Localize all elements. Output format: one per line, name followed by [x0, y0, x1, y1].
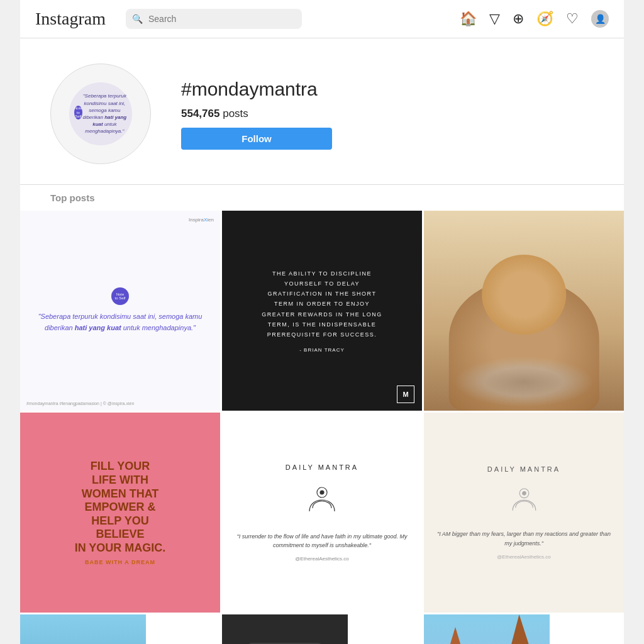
avatar[interactable]: 👤 — [591, 10, 609, 28]
post-count-label: posts — [223, 108, 248, 119]
post-quote: "I AM bigger than my fears, larger than … — [436, 530, 611, 548]
post-grid: InspiraXien Noteto Self "Seberapa terpur… — [20, 211, 624, 644]
post-logo: M — [397, 386, 414, 403]
post-title: DAILY MANTRA — [286, 464, 358, 471]
navbar: Instagram 🔍 🏠 ▽ ⊕ 🧭 ♡ 👤 — [20, 0, 624, 38]
profile-section: Noteto Self "Seberapa terpuruk kondisimu… — [20, 38, 624, 184]
search-icon: 🔍 — [132, 14, 143, 24]
post-symbol — [507, 482, 541, 521]
post-item[interactable]: DAILY MANTRA "I AM bigger than my fears,… — [424, 413, 624, 613]
search-input[interactable] — [126, 9, 302, 29]
post-badge: Noteto Self — [111, 287, 129, 305]
dog-head — [482, 255, 566, 335]
post-item[interactable]: FILL YOURLIFE WITHWOMEN THATEMPOWER &HEL… — [20, 413, 220, 613]
profile-info: #mondaymantra 554,765 posts Follow — [181, 79, 332, 150]
home-icon[interactable]: 🏠 — [460, 11, 477, 27]
post-sub-text: BABE WITH A DREAM — [85, 559, 155, 565]
explore-icon[interactable]: ▽ — [489, 11, 500, 27]
avatar-badge: Noteto Self — [74, 106, 82, 119]
post-item[interactable] — [20, 614, 146, 644]
follow-button[interactable]: Follow — [181, 128, 332, 150]
post-title: DAILY MANTRA — [487, 465, 560, 473]
nav-icons: 🏠 ▽ ⊕ 🧭 ♡ 👤 — [460, 10, 609, 28]
top-posts-label: Top posts — [20, 184, 624, 211]
post-quote: "I surrender to the flow of life and hav… — [235, 532, 409, 550]
post-item[interactable] — [424, 211, 624, 411]
post-count: 554,765 posts — [181, 108, 332, 120]
avatar-placeholder: 👤 — [595, 14, 606, 24]
post-item[interactable] — [424, 614, 550, 644]
post-author: - BRIAN TRACY — [299, 347, 345, 353]
post-brand: InspiraXien — [189, 217, 214, 223]
new-post-icon[interactable]: ⊕ — [513, 11, 524, 27]
post-item[interactable]: InspiraXien Noteto Self "Seberapa terpur… — [20, 211, 220, 411]
post-quote-text: THE ABILITY TO DISCIPLINEYOURSELF TO DEL… — [262, 269, 382, 340]
compass-icon[interactable]: 🧭 — [536, 11, 553, 27]
rug — [454, 357, 594, 407]
search-container: 🔍 — [126, 9, 302, 29]
post-symbol — [303, 480, 341, 523]
post-handle: @EtherealAesthetics.co — [295, 556, 349, 562]
post-item[interactable]: DAILY MANTRA "I surrender to the flow of… — [222, 413, 422, 613]
avatar-inner: Noteto Self "Seberapa terpuruk kondisimu… — [69, 82, 132, 145]
heart-icon[interactable]: ♡ — [566, 11, 579, 27]
svg-point-1 — [320, 491, 324, 494]
rock-formation-2 — [499, 614, 543, 644]
post-quote: "Seberapa terpuruk kondisimu saat ini, s… — [30, 311, 210, 333]
post-footer: #mondaymantra #tenangpadamasion | © @ins… — [26, 401, 134, 406]
rock-formation-1 — [436, 627, 474, 644]
post-handle: @EtherealAesthetics.co — [497, 554, 551, 560]
avatar-quote-text: "Seberapa terpuruk kondisimu saat ini, s… — [82, 92, 127, 135]
profile-avatar: Noteto Self "Seberapa terpuruk kondisimu… — [50, 64, 151, 164]
post-motivational-text: FILL YOURLIFE WITHWOMEN THATEMPOWER &HEL… — [75, 460, 166, 555]
post-item[interactable]: THE ABILITY TO DISCIPLINEYOURSELF TO DEL… — [222, 211, 422, 411]
svg-point-3 — [522, 492, 526, 496]
post-count-number: 554,765 — [181, 108, 219, 119]
post-content: THE ABILITY TO DISCIPLINEYOURSELF TO DEL… — [262, 269, 382, 353]
post-content: FILL YOURLIFE WITHWOMEN THATEMPOWER &HEL… — [75, 460, 166, 565]
post-item[interactable] — [222, 614, 348, 644]
app-logo: Instagram — [35, 9, 106, 29]
hashtag-title: #mondaymantra — [181, 79, 332, 100]
